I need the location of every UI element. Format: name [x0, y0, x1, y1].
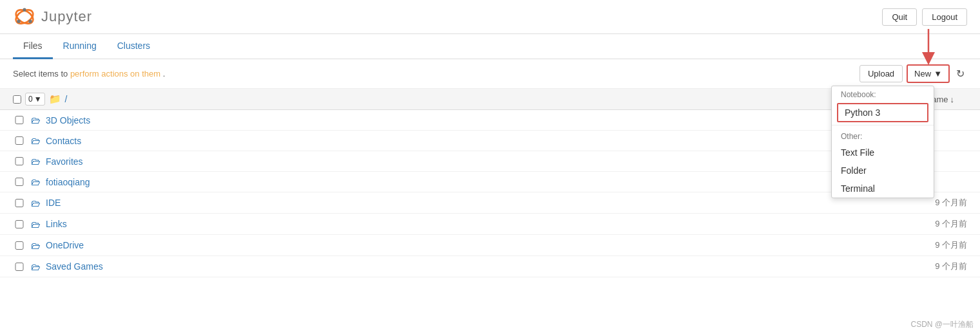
tab-clusters[interactable]: Clusters: [107, 34, 160, 59]
file-date: 9 个月前: [903, 197, 967, 209]
svg-point-3: [17, 20, 20, 23]
quit-button[interactable]: Quit: [882, 8, 917, 26]
file-name[interactable]: OneDrive: [46, 240, 903, 250]
row-checkbox[interactable]: [13, 263, 26, 271]
folder-icon: 🗁: [31, 240, 41, 251]
folder-icon: 🗁: [31, 176, 41, 187]
file-name[interactable]: IDE: [46, 198, 903, 208]
row-checkbox[interactable]: [13, 178, 26, 186]
jupyter-logo-icon: [13, 5, 36, 28]
tab-running[interactable]: Running: [53, 34, 107, 59]
select-count-button[interactable]: 0 ▼: [25, 93, 45, 106]
dropdown-other-label: Other:: [832, 128, 934, 144]
dropdown-divider: [832, 125, 934, 125]
select-all-checkbox[interactable]: [13, 95, 21, 104]
logo-area: Jupyter: [13, 5, 92, 28]
dropdown-text-file[interactable]: Text File: [832, 144, 934, 162]
table-row: 🗁 Saved Games 9 个月前: [0, 256, 980, 277]
row-checkbox[interactable]: [13, 241, 26, 250]
row-checkbox[interactable]: [13, 199, 26, 207]
svg-point-4: [28, 20, 32, 23]
folder-icon: 🗁: [31, 156, 41, 167]
file-name[interactable]: Favorites: [46, 156, 903, 167]
table-row: 🗁 Links 9 个月前: [0, 214, 980, 235]
toolbar-right: Upload New ▼ Notebook:: [860, 64, 967, 83]
folder-icon: 🗁: [31, 198, 41, 209]
file-name[interactable]: Saved Games: [46, 261, 903, 272]
svg-point-2: [23, 8, 26, 12]
file-name[interactable]: Contacts: [46, 136, 903, 146]
tab-files[interactable]: Files: [13, 34, 53, 59]
dropdown-terminal[interactable]: Terminal: [832, 180, 934, 198]
folder-icon: 🗁: [31, 135, 41, 146]
tabs-bar: Files Running Clusters: [0, 34, 980, 59]
new-button-container: New ▼ Notebook: Python 3: [907, 64, 950, 83]
dropdown-notebook-label: Notebook:: [832, 86, 934, 102]
upload-button[interactable]: Upload: [860, 65, 903, 82]
logo-text: Jupyter: [41, 8, 92, 25]
toolbar: Select items to perform actions on them …: [0, 59, 980, 89]
logout-button[interactable]: Logout: [922, 8, 967, 26]
file-name[interactable]: Links: [46, 219, 903, 229]
row-checkbox[interactable]: [13, 220, 26, 228]
file-date: 9 个月前: [903, 261, 967, 272]
check-area: 0 ▼ 📁 /: [13, 93, 90, 106]
file-name[interactable]: 3D Objects: [46, 115, 903, 125]
file-date: 9 个月前: [903, 239, 967, 251]
breadcrumb-path: /: [65, 94, 68, 104]
new-dropdown-menu: Notebook: Python 3 Other: Text File Fold…: [831, 86, 934, 198]
dropdown-python3[interactable]: Python 3: [837, 103, 928, 122]
file-name[interactable]: fotiaoqiang: [46, 177, 903, 187]
header: Jupyter Quit Logout: [0, 0, 980, 34]
row-checkbox[interactable]: [13, 157, 26, 165]
row-checkbox[interactable]: [13, 136, 26, 145]
folder-icon: 🗁: [31, 115, 41, 125]
refresh-button[interactable]: ↻: [954, 65, 967, 82]
toolbar-instruction: Select items to perform actions on them …: [13, 69, 165, 79]
file-date: 9 个月前: [903, 218, 967, 230]
folder-icon: 🗁: [31, 261, 41, 272]
table-row: 🗁 OneDrive 9 个月前: [0, 235, 980, 256]
new-button[interactable]: New ▼: [907, 64, 950, 83]
dropdown-folder[interactable]: Folder: [832, 162, 934, 180]
row-checkbox[interactable]: [13, 116, 26, 124]
folder-icon: 🗁: [31, 219, 41, 230]
breadcrumb-folder-icon: 📁: [49, 93, 61, 105]
header-buttons: Quit Logout: [882, 8, 967, 26]
